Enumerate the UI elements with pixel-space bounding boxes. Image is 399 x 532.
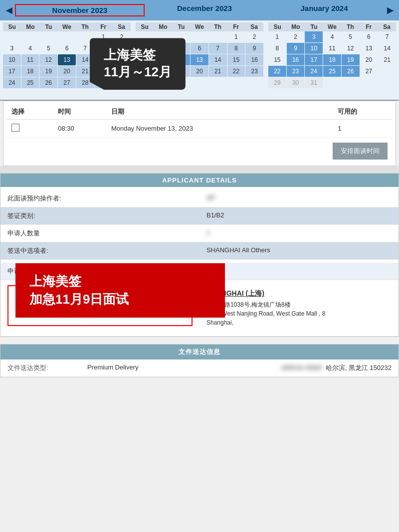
calendar-day[interactable]: 22 (227, 66, 245, 77)
delivery-section-header: 文件送达信息 (0, 345, 399, 359)
calendar-day[interactable]: 6 (58, 43, 76, 54)
calendar-day[interactable]: 7 (209, 43, 227, 54)
calendar-day[interactable]: 21 (209, 66, 227, 77)
available-cell: 1 (333, 120, 393, 138)
visa-type-value: B1/B2 (200, 207, 399, 225)
col-empty1 (292, 104, 313, 120)
calendar-day[interactable]: 10 (3, 54, 21, 65)
calendar-day[interactable]: 5 (39, 43, 57, 54)
section-spacer (0, 166, 399, 173)
location-name: SHANGHAI (上海) (206, 289, 387, 298)
delivery-city: 哈尔滨, 黑龙江 150232 (326, 363, 392, 372)
operator-label: 此面谈预约操作者: (0, 190, 200, 207)
date-cell: Monday November 13, 2023 (106, 120, 292, 138)
calendar-day[interactable]: 3 (305, 31, 323, 42)
calendar-day[interactable]: 25 (21, 77, 39, 88)
calendar-day[interactable]: 3 (3, 43, 21, 54)
calendar-day[interactable]: 11 (21, 54, 39, 65)
calendar-day[interactable]: 17 (305, 54, 323, 65)
calendar-day[interactable]: 1 (268, 31, 286, 42)
calendar-day (3, 31, 21, 42)
month-january[interactable]: January 2024 (264, 4, 384, 16)
calendar-day[interactable]: 13 (191, 54, 208, 65)
calendar-day[interactable]: 25 (323, 66, 341, 77)
schedule-button[interactable]: 安排面谈时间 (333, 143, 388, 160)
calendar-day[interactable]: 27 (360, 66, 378, 77)
dow-we: We (58, 23, 76, 30)
calendar-day[interactable]: 21 (378, 54, 396, 65)
calendar-day (227, 77, 245, 81)
calendar-day[interactable]: 20 (360, 54, 378, 65)
calendar-day (21, 31, 39, 42)
calendar-day[interactable]: 2 (287, 31, 305, 42)
calendar-day[interactable]: 6 (191, 43, 208, 54)
calendar-day[interactable]: 14 (378, 43, 396, 54)
calendar-day[interactable]: 4 (21, 43, 39, 54)
overlay-tag: 上海美签 11月～12月 (90, 38, 186, 90)
calendar-day[interactable]: 22 (268, 66, 286, 77)
calendar-day[interactable]: 14 (209, 54, 227, 65)
visa-type-label: 签证类别: (0, 207, 200, 225)
calendar-day (209, 82, 227, 86)
select-checkbox[interactable] (11, 124, 19, 132)
calendar-day[interactable]: 30 (287, 77, 305, 88)
calendar-january: Su Mo Tu We Th Fr Sa 1234567891011121314… (268, 22, 396, 93)
calendar-day[interactable]: 31 (305, 77, 323, 88)
calendar-day[interactable]: 2 (245, 31, 263, 42)
calendar-day[interactable]: 1 (227, 31, 245, 42)
calendar-day (191, 82, 208, 86)
calendar-day[interactable]: 23 (245, 66, 263, 77)
calendar-day[interactable]: 27 (58, 77, 76, 88)
calendar-day[interactable]: 6 (360, 31, 378, 42)
appointment-table: 选择 时间 日期 可用的 08:30 Monday November 13, 2… (6, 104, 393, 138)
calendar-day (21, 89, 39, 93)
calendar-day[interactable]: 26 (39, 77, 57, 88)
calendar-day[interactable]: 9 (287, 43, 305, 54)
calendar-day[interactable]: 9 (245, 43, 263, 54)
details-section-header: APPLICANT DETAILS (0, 174, 399, 187)
calendar-day[interactable]: 13 (360, 43, 378, 54)
calendar-day[interactable]: 15 (268, 54, 286, 65)
calendar-day[interactable]: 18 (323, 54, 341, 65)
month-november[interactable]: November 2023 (15, 4, 145, 16)
appointment-table-section: 选择 时间 日期 可用的 08:30 Monday November 13, 2… (3, 101, 396, 166)
calendar-day[interactable]: 12 (39, 54, 57, 65)
calendar-day[interactable]: 17 (3, 66, 21, 77)
calendar-day (3, 89, 21, 93)
calendar-day[interactable]: 15 (227, 54, 245, 65)
overlay-tag-line1: 上海美签 (104, 47, 172, 64)
calendar-day[interactable]: 19 (39, 66, 57, 77)
calendar-day[interactable]: 12 (342, 43, 360, 54)
delivery-address-blurred: address detail (281, 363, 322, 372)
dow-january: Su Mo Tu We Th Fr Sa (268, 22, 396, 31)
delivery-type-row: 文件送达类型: Premium Delivery address detail … (0, 359, 399, 377)
calendar-day[interactable]: 5 (342, 31, 360, 42)
calendar-day[interactable]: 16 (287, 54, 305, 65)
calendar-day[interactable]: 4 (323, 31, 341, 42)
prev-month-button[interactable]: ◀ (3, 4, 15, 16)
calendar-day[interactable]: 29 (268, 77, 286, 88)
dow-november: Su Mo Tu We Th Fr Sa (3, 22, 131, 31)
table-row: 08:30 Monday November 13, 2023 1 (6, 120, 393, 138)
calendar-day[interactable]: 19 (342, 54, 360, 65)
month-december[interactable]: December 2023 (145, 4, 264, 16)
calendar-day[interactable]: 24 (305, 66, 323, 77)
calendar-day[interactable]: 18 (21, 66, 39, 77)
calendar-day[interactable]: 16 (245, 54, 263, 65)
calendar-day[interactable]: 11 (323, 43, 341, 54)
calendar-day[interactable]: 10 (305, 43, 323, 54)
next-month-button[interactable]: ▶ (384, 4, 396, 16)
applicant-details-section: APPLICANT DETAILS 此面谈预约操作者: SP 签证类别: B1/… (0, 173, 399, 337)
calendar-day[interactable]: 24 (3, 77, 21, 88)
calendar-day[interactable]: 20 (58, 66, 76, 77)
calendar-day[interactable]: 13 (58, 54, 76, 65)
calendar-day[interactable]: 23 (287, 66, 305, 77)
calendar-day[interactable]: 7 (378, 31, 396, 42)
applicant-count-value: 1 (200, 225, 399, 242)
calendar-day[interactable]: 8 (268, 43, 286, 54)
calendar-day[interactable]: 8 (227, 43, 245, 54)
calendar-day[interactable]: 20 (191, 66, 208, 77)
col-empty2 (313, 104, 333, 120)
red-overlay-banner: 上海美签 加急11月9日面试 (15, 263, 225, 318)
calendar-day[interactable]: 26 (342, 66, 360, 77)
